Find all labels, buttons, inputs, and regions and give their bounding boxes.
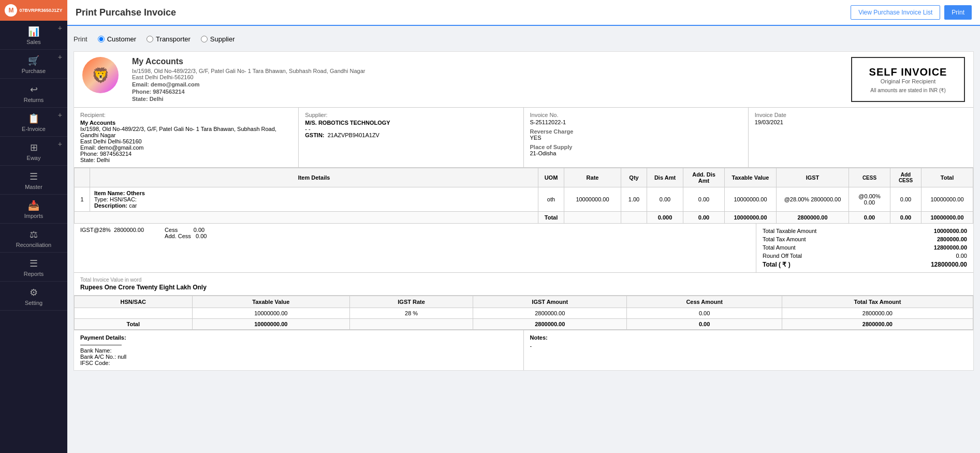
plus-badge-purchase[interactable]: + (58, 53, 62, 61)
item-taxable: 10000000.00 (725, 187, 777, 212)
reverse-charge-label: Reverse Charge (530, 128, 742, 135)
total-amount-label: Total Amount (763, 244, 796, 251)
master-icon: ☰ (30, 171, 38, 182)
sidebar-item-master[interactable]: ☰ Master (0, 166, 67, 195)
sidebar-item-label: Reconciliation (16, 242, 51, 248)
sidebar-item-purchase[interactable]: 🛒 Purchase + (0, 50, 67, 79)
bank-ac: Bank A/C No.: null (80, 354, 517, 360)
transporter-radio-label[interactable]: Transporter (147, 35, 191, 43)
tax-left: IGST@28% 2800000.00 Cess 0.00 Add. Cess … (74, 224, 756, 272)
th-igst: IGST (777, 168, 849, 187)
reconciliation-icon: ⚖ (30, 229, 38, 240)
total-cess: 0.00 (849, 212, 890, 224)
total-taxable-value: 10000000.00 (934, 228, 967, 234)
sidebar-item-sales[interactable]: 📊 Sales + (0, 21, 67, 50)
add-cess-label: Add. Cess (165, 233, 191, 239)
sidebar-item-eway[interactable]: ⊞ Eway + (0, 137, 67, 166)
total-final-value: 12800000.00 (931, 261, 967, 268)
sidebar-item-einvoice[interactable]: 📋 E-Invoice + (0, 108, 67, 137)
plus-badge-einvoice[interactable]: + (58, 111, 62, 119)
invoice-no: S-25112022-1 (530, 119, 742, 125)
round-off-value: 0.00 (956, 253, 967, 259)
round-off-label: Round Off Total (763, 253, 802, 259)
transporter-radio[interactable] (147, 36, 153, 42)
item-name: Item Name: Others (94, 190, 534, 196)
print-button[interactable]: Print (944, 5, 972, 20)
total-tax-label: Total Tax Amount (763, 236, 806, 242)
ifsc-code: IFSC Code: (80, 360, 517, 366)
eway-icon: ⊞ (30, 142, 38, 153)
supplier-radio[interactable] (201, 36, 208, 42)
hsn-total-label: Total (75, 319, 193, 330)
total-label (75, 212, 538, 224)
total-taxable: 10000000.00 (725, 212, 777, 224)
item-igst: @28.00% 2800000.00 (777, 187, 849, 212)
supplier-radio-label[interactable]: Supplier (201, 35, 235, 43)
recipient-address: Ix/1598, Old No-489/22/3, G/F, Patel Gal… (80, 126, 292, 138)
logo-id: 07BVRPR3650J1ZY (19, 8, 62, 13)
sidebar-item-returns[interactable]: ↩ Returns (0, 79, 67, 108)
total-tax-row: Total Tax Amount 2800000.00 (763, 235, 967, 243)
round-off-row: Round Off Total 0.00 (763, 252, 967, 260)
table-row: 1 Item Name: Others Type: HSN/SAC: Descr… (75, 187, 973, 212)
item-uom: oth (538, 187, 564, 212)
sales-icon: 📊 (28, 26, 39, 37)
company-phone: Phone: 9874563214 (132, 89, 843, 95)
sidebar-item-label: Setting (25, 300, 42, 306)
sidebar-item-reports[interactable]: ☰ Reports (0, 253, 67, 282)
hsn-row-igst-amt: 2800000.00 (473, 308, 627, 319)
total-igst: 2800000.00 (777, 212, 849, 224)
add-cess-value: 0.00 (196, 233, 207, 239)
payment-label: Payment Details: (80, 334, 517, 341)
hsn-total-taxable: 10000000.00 (192, 319, 349, 330)
reverse-charge-value: YES (530, 135, 742, 141)
th-item-details: Item Details (90, 168, 538, 187)
info-grid: Recipient: My Accounts Ix/1598, Old No-4… (74, 108, 973, 168)
tax-igst-group: IGST@28% 2800000.00 (80, 227, 144, 233)
total-total: 10000000.00 (922, 212, 973, 224)
hsn-header-row: HSN/SAC Taxable Value IGST Rate IGST Amo… (75, 296, 973, 308)
notes-label: Notes: (530, 334, 968, 341)
print-options-row: Print Customer Transporter Supplier (74, 32, 974, 46)
recipient-cell: Recipient: My Accounts Ix/1598, Old No-4… (74, 108, 299, 167)
items-table-header-row: Item Details UOM Rate Qty Dis Amt Add. D… (75, 168, 973, 187)
invoice-company-info: My Accounts Ix/1598, Old No-489/22/3, G/… (132, 57, 843, 102)
view-invoice-list-button[interactable]: View Purchase Invoice List (851, 5, 940, 20)
tax-igst-label: IGST@28% (80, 227, 111, 233)
hsn-total-igst-rate (350, 319, 473, 330)
th-uom: UOM (538, 168, 564, 187)
th-taxable-value: Taxable Value (725, 168, 777, 187)
main-area: Print Purcahse Invoice View Purchase Inv… (67, 0, 980, 453)
recipient-phone: Phone: 9874563214 (80, 151, 292, 157)
invoice-meta-left: Invoice No. S-25112022-1 Reverse Charge … (524, 108, 749, 167)
supplier-addr: - - (305, 126, 517, 132)
page-header: Print Purcahse Invoice View Purchase Inv… (67, 0, 980, 26)
plus-badge-sales[interactable]: + (58, 24, 62, 32)
recipient-label: Recipient: (80, 112, 292, 118)
main-content: Print Customer Transporter Supplier 🦁 (67, 26, 980, 453)
place-of-supply-label: Place of Supply (530, 144, 742, 150)
invoice-header: 🦁 My Accounts Ix/1598, Old No-489/22/3, … (74, 52, 973, 108)
total-qty (621, 212, 647, 224)
customer-radio-label[interactable]: Customer (98, 35, 136, 43)
sidebar-item-setting[interactable]: ⚙ Setting (0, 282, 67, 311)
invoice-logo: 🦁 (82, 57, 124, 102)
recipient-state: State: Delhi (80, 157, 292, 163)
hsn-total-total-tax: 2800000.00 (782, 319, 973, 330)
hsn-table: HSN/SAC Taxable Value IGST Rate IGST Amo… (74, 296, 973, 330)
hsn-total-cess: 0.00 (627, 319, 782, 330)
sidebar-logo: M 07BVRPR3650J1ZY (0, 0, 67, 21)
item-total: 10000000.00 (922, 187, 973, 212)
sidebar-item-reconciliation[interactable]: ⚖ Reconciliation (0, 224, 67, 253)
sidebar-item-imports[interactable]: 📥 Imports (0, 195, 67, 224)
hsn-total-igst-amt: 2800000.00 (473, 319, 627, 330)
total-amount-row: Total Amount 12800000.00 (763, 243, 967, 252)
hsn-data-row: 10000000.00 28 % 2800000.00 0.00 2800000… (75, 308, 973, 319)
company-address: Ix/1598, Old No-489/22/3, G/F, Patel Gal… (132, 68, 843, 74)
invoice-original-label: Original For Recipient (865, 78, 952, 84)
total-label-cell: Total (538, 212, 564, 224)
hsn-th-cess: Cess Amount (627, 296, 782, 308)
company-name: My Accounts (132, 57, 843, 66)
plus-badge-eway[interactable]: + (58, 140, 62, 148)
customer-radio[interactable] (98, 36, 105, 42)
